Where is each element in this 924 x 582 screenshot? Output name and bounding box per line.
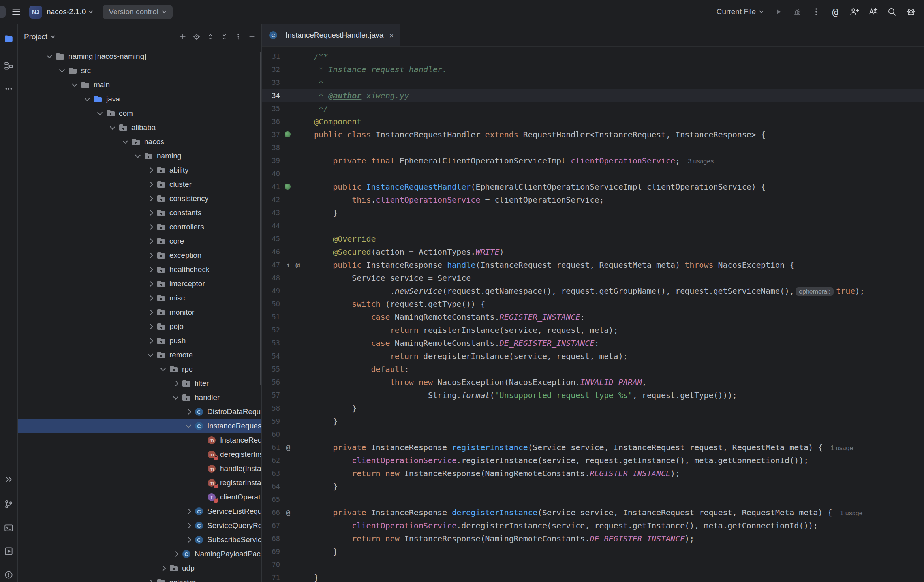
tree-row[interactable]: handler bbox=[18, 391, 261, 405]
tree-row[interactable]: pojo bbox=[18, 319, 261, 334]
line-number[interactable]: 36 bbox=[262, 118, 280, 126]
terminal-icon[interactable] bbox=[2, 521, 16, 535]
collapse-icon[interactable] bbox=[220, 33, 228, 41]
line-number[interactable]: 31 bbox=[262, 53, 280, 60]
line-number[interactable]: 45 bbox=[262, 235, 280, 243]
code-line[interactable]: 51 case NamingRemoteConstants.REGISTER_I… bbox=[262, 310, 924, 323]
line-number[interactable]: 50 bbox=[262, 300, 280, 308]
line-number[interactable]: 42 bbox=[262, 196, 280, 204]
line-number[interactable]: 47 bbox=[262, 261, 280, 269]
restore-windows-icon[interactable] bbox=[2, 472, 16, 486]
code-line[interactable]: 59 } bbox=[262, 415, 924, 428]
tree-row[interactable]: misc bbox=[18, 291, 261, 305]
code-line[interactable]: 60 bbox=[262, 428, 924, 441]
chevron-closed-icon[interactable] bbox=[144, 307, 156, 317]
locate-icon[interactable] bbox=[193, 33, 201, 41]
code-line[interactable]: 46 @Secured(action = ActionTypes.WRITE) bbox=[262, 245, 924, 258]
code-line[interactable]: 49 .newService(request.getNamespace(), r… bbox=[262, 284, 924, 297]
code-line[interactable]: 67 clientOperationService.deregisterInst… bbox=[262, 519, 924, 532]
code-line[interactable]: 54 return deregisterInstance(service, re… bbox=[262, 349, 924, 362]
tree-row[interactable]: constants bbox=[18, 206, 261, 220]
translate-icon[interactable] bbox=[866, 4, 881, 19]
chevron-closed-icon[interactable] bbox=[182, 520, 194, 531]
tree-row[interactable]: nacos bbox=[18, 135, 261, 149]
tree-row[interactable]: InstanceRequestHandler bbox=[18, 419, 261, 433]
line-number[interactable]: 39 bbox=[262, 157, 280, 165]
more-icon[interactable] bbox=[809, 4, 824, 19]
project-scrollbar[interactable] bbox=[260, 52, 261, 385]
bean-gutter-icon[interactable] bbox=[285, 131, 291, 137]
project-icon[interactable] bbox=[2, 32, 16, 46]
tree-row[interactable]: naming [nacos-naming] bbox=[18, 49, 261, 64]
chevron-open-icon[interactable] bbox=[131, 151, 143, 161]
chevron-open-icon[interactable] bbox=[144, 350, 156, 360]
tree-row[interactable]: controllers bbox=[18, 220, 261, 234]
chevron-closed-icon[interactable] bbox=[144, 179, 156, 190]
tree-row[interactable]: remote bbox=[18, 348, 261, 362]
line-number[interactable]: 67 bbox=[262, 522, 280, 529]
line-number[interactable]: 65 bbox=[262, 496, 280, 503]
line-number[interactable]: 55 bbox=[262, 365, 280, 373]
chevron-closed-icon[interactable] bbox=[169, 378, 181, 389]
chevron-closed-icon[interactable] bbox=[144, 279, 156, 289]
code-line[interactable]: 37public class InstanceRequestHandler ex… bbox=[262, 128, 924, 141]
at-gutter-icon[interactable]: @ bbox=[285, 509, 292, 516]
expand-icon[interactable] bbox=[207, 33, 214, 41]
code-line[interactable]: 52 return registerInstance(service, requ… bbox=[262, 323, 924, 336]
run-configuration-widget[interactable]: Current File bbox=[714, 4, 767, 19]
code-line[interactable]: 55 default: bbox=[262, 362, 924, 375]
chevron-closed-icon[interactable] bbox=[182, 407, 194, 417]
code-line[interactable]: 63 return new InstanceResponse(NamingRem… bbox=[262, 467, 924, 480]
chevron-closed-icon[interactable] bbox=[144, 265, 156, 275]
menu-icon[interactable] bbox=[9, 4, 24, 19]
chevron-open-icon[interactable] bbox=[106, 122, 118, 133]
code-line[interactable]: 66@ private InstanceResponse deregisterI… bbox=[262, 506, 924, 519]
line-number[interactable]: 49 bbox=[262, 287, 280, 295]
line-number[interactable]: 58 bbox=[262, 404, 280, 412]
settings-icon[interactable] bbox=[903, 4, 918, 19]
code-line[interactable]: 35 */ bbox=[262, 102, 924, 115]
chevron-closed-icon[interactable] bbox=[182, 506, 194, 516]
chevron-closed-icon[interactable] bbox=[144, 577, 156, 582]
code-line[interactable]: 64 } bbox=[262, 480, 924, 493]
chevron-closed-icon[interactable] bbox=[144, 165, 156, 175]
code-line[interactable]: 50 switch (request.getType()) { bbox=[262, 297, 924, 310]
chevron-closed-icon[interactable] bbox=[144, 193, 156, 204]
git-branch-icon[interactable] bbox=[2, 497, 16, 511]
tree-row[interactable]: interceptor bbox=[18, 277, 261, 291]
bean-gutter-icon[interactable] bbox=[285, 184, 291, 190]
tree-row[interactable]: core bbox=[18, 234, 261, 248]
problems-icon[interactable] bbox=[2, 568, 16, 582]
vcs-widget[interactable]: Version control bbox=[103, 5, 173, 19]
chevron-closed-icon[interactable] bbox=[144, 321, 156, 332]
code-line[interactable]: 33 * bbox=[262, 76, 924, 89]
tree-row[interactable]: filter bbox=[18, 376, 261, 391]
line-number[interactable]: 44 bbox=[262, 222, 280, 230]
chevron-open-icon[interactable] bbox=[43, 51, 55, 62]
tree-row[interactable]: consistency bbox=[18, 191, 261, 206]
chevron-closed-icon[interactable] bbox=[144, 250, 156, 261]
line-number[interactable]: 56 bbox=[262, 378, 280, 386]
code-line[interactable]: 40 bbox=[262, 167, 924, 180]
code-line[interactable]: 62 clientOperationService.registerInstan… bbox=[262, 454, 924, 467]
line-number[interactable]: 68 bbox=[262, 535, 280, 543]
chevron-open-icon[interactable] bbox=[68, 80, 80, 90]
line-number[interactable]: 41 bbox=[262, 183, 280, 191]
line-number[interactable]: 37 bbox=[262, 131, 280, 139]
chevron-closed-icon[interactable] bbox=[144, 293, 156, 303]
code-line[interactable]: 68 return new InstanceResponse(NamingRem… bbox=[262, 532, 924, 545]
line-number[interactable]: 51 bbox=[262, 313, 280, 321]
tree-row[interactable]: SubscribeServiceRequestHandler bbox=[18, 533, 261, 547]
line-number[interactable]: 61 bbox=[262, 443, 280, 451]
code-line[interactable]: 42 this.clientOperationService = clientO… bbox=[262, 193, 924, 206]
line-number[interactable]: 60 bbox=[262, 430, 280, 438]
tree-row[interactable]: handle(InstanceRequest, RequestMeta) bbox=[18, 462, 261, 476]
code-line[interactable]: 32 * Instance request handler. bbox=[262, 63, 924, 76]
chevron-closed-icon[interactable] bbox=[144, 236, 156, 246]
line-number[interactable]: 34 bbox=[262, 92, 280, 100]
line-number[interactable]: 48 bbox=[262, 274, 280, 282]
chevron-closed-icon[interactable] bbox=[144, 222, 156, 232]
tree-row[interactable]: naming bbox=[18, 149, 261, 163]
chevron-down-icon[interactable] bbox=[51, 35, 55, 38]
chevron-closed-icon[interactable] bbox=[157, 563, 169, 573]
